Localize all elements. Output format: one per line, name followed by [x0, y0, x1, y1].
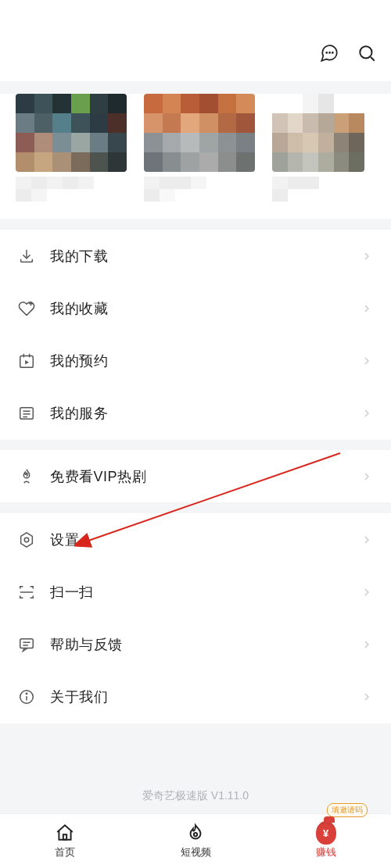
menu-group: 免费看VIP热剧	[0, 450, 391, 502]
svg-point-1	[329, 52, 330, 53]
tab-home[interactable]: 首页	[0, 814, 131, 868]
tab-bar: 首页 短视频 填邀请码 赚钱	[0, 813, 391, 868]
chevron-right-icon	[360, 354, 374, 368]
row-label: 我的下载	[50, 247, 346, 266]
top-bar	[0, 0, 391, 75]
flame-icon	[17, 467, 36, 486]
svg-marker-15	[21, 532, 33, 546]
hex-gear-icon	[17, 530, 36, 549]
row-label: 免费看VIP热剧	[50, 467, 346, 486]
row-label: 帮助与反馈	[50, 635, 346, 654]
row-label: 设置	[50, 530, 346, 549]
tab-shorts[interactable]: 短视频	[131, 814, 261, 868]
svg-point-3	[360, 46, 371, 58]
row-about[interactable]: 关于我们	[0, 670, 391, 723]
chevron-right-icon	[360, 638, 374, 652]
svg-point-23	[26, 693, 27, 694]
row-vip-free[interactable]: 免费看VIP热剧	[0, 450, 391, 502]
tab-label: 短视频	[181, 845, 211, 859]
info-icon	[17, 688, 36, 706]
scan-icon	[17, 583, 36, 602]
svg-rect-18	[20, 638, 34, 648]
svg-point-25	[194, 833, 197, 836]
row-scan[interactable]: 扫一扫	[0, 566, 391, 618]
row-label: 扫一扫	[50, 583, 346, 602]
chevron-right-icon	[360, 690, 374, 704]
row-downloads[interactable]: 我的下载	[0, 230, 391, 282]
history-thumb[interactable]	[144, 94, 255, 172]
download-icon	[17, 247, 36, 266]
row-label: 我的收藏	[50, 299, 346, 318]
tab-label: 赚钱	[316, 845, 336, 859]
row-reservations[interactable]: 我的预约	[0, 334, 391, 387]
search-icon[interactable]	[357, 43, 377, 63]
calendar-icon	[17, 352, 36, 370]
svg-rect-24	[63, 834, 66, 840]
row-label: 我的服务	[50, 404, 346, 423]
heart-plus-icon	[17, 299, 36, 318]
row-settings[interactable]: 设置	[0, 513, 391, 566]
promo-badge: 填邀请码	[327, 803, 368, 817]
svg-line-4	[371, 57, 375, 61]
history-thumb[interactable]	[272, 94, 364, 172]
menu-group: 我的下载 我的收藏 我的预约 我的服务	[0, 230, 391, 440]
chevron-right-icon	[360, 533, 374, 547]
money-bag-icon	[316, 823, 336, 843]
chevron-right-icon	[360, 406, 374, 420]
menu-group: 设置 扫一扫 帮助与反馈 关于我们	[0, 513, 391, 723]
fire-drop-icon	[185, 823, 206, 843]
chevron-right-icon	[360, 302, 374, 316]
row-label: 关于我们	[50, 688, 346, 706]
svg-marker-10	[25, 360, 29, 365]
row-feedback[interactable]: 帮助与反馈	[0, 618, 391, 670]
comment-icon	[17, 635, 36, 654]
chevron-right-icon	[360, 249, 374, 263]
chat-icon[interactable]	[319, 43, 339, 63]
watch-history-strip[interactable]	[0, 94, 391, 219]
tab-earn[interactable]: 填邀请码 赚钱	[260, 814, 391, 868]
truncated-section-title	[0, 75, 391, 81]
history-thumb[interactable]	[16, 94, 127, 172]
tab-label: 首页	[55, 845, 75, 859]
row-services[interactable]: 我的服务	[0, 387, 391, 439]
row-favorites[interactable]: 我的收藏	[0, 282, 391, 334]
row-label: 我的预约	[50, 352, 346, 370]
list-icon	[17, 404, 36, 423]
version-text: 爱奇艺极速版 V1.11.0	[0, 789, 391, 803]
chevron-right-icon	[360, 470, 374, 484]
svg-point-16	[24, 538, 29, 542]
home-icon	[55, 823, 75, 843]
svg-point-2	[332, 52, 333, 53]
chevron-right-icon	[360, 585, 374, 599]
svg-point-0	[326, 52, 327, 53]
